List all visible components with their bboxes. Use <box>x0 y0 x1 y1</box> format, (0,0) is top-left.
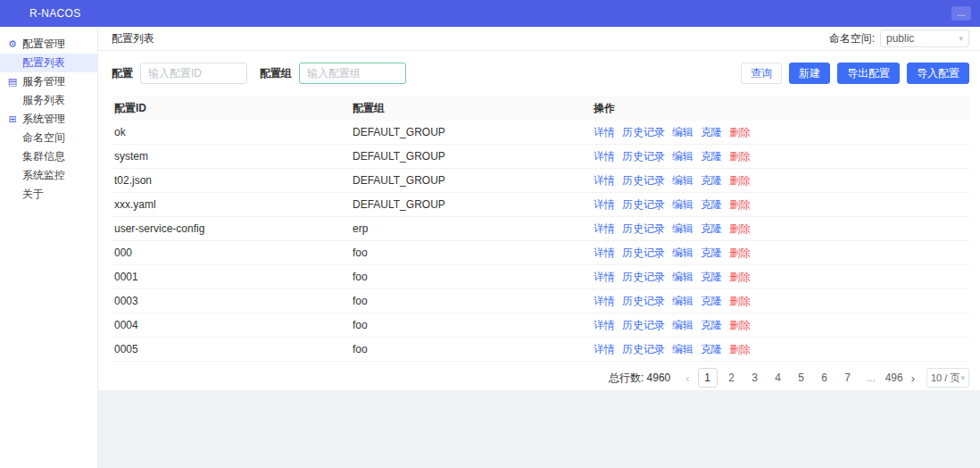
clone-link[interactable]: 克隆 <box>701 342 722 357</box>
namespace-select[interactable]: public ▾ <box>880 29 969 47</box>
prev-page-button[interactable]: ‹ <box>683 372 692 385</box>
config-id-input[interactable] <box>140 63 247 84</box>
sidebar-item-service-management[interactable]: ▤ 服务管理 <box>0 72 97 91</box>
edit-link[interactable]: 编辑 <box>672 149 693 164</box>
detail-link[interactable]: 详情 <box>594 125 615 140</box>
detail-link[interactable]: 详情 <box>594 197 615 213</box>
sidebar-item-system-management[interactable]: ⊞ 系统管理 <box>0 110 97 129</box>
next-page-button[interactable]: › <box>909 372 918 385</box>
delete-link[interactable]: 删除 <box>729 246 751 261</box>
more-button[interactable]: … <box>951 6 971 21</box>
delete-link[interactable]: 删除 <box>729 294 751 309</box>
page-button-3[interactable]: 3 <box>746 372 764 384</box>
row-actions: 详情历史记录编辑克隆删除 <box>594 342 969 357</box>
edit-link[interactable]: 编辑 <box>672 173 693 188</box>
sidebar-item-config-management[interactable]: ⚙ 配置管理 <box>0 35 97 54</box>
sidebar-item-namespace[interactable]: 命名空间 <box>0 129 97 147</box>
create-button[interactable]: 新建 <box>789 63 830 84</box>
history-link[interactable]: 历史记录 <box>622 342 665 357</box>
delete-link[interactable]: 删除 <box>729 270 751 285</box>
row-actions: 详情历史记录编辑克隆删除 <box>594 125 969 140</box>
sidebar-item-label: 命名空间 <box>22 130 65 146</box>
history-link[interactable]: 历史记录 <box>622 221 665 237</box>
delete-link[interactable]: 删除 <box>729 197 751 213</box>
history-link[interactable]: 历史记录 <box>622 173 665 188</box>
edit-link[interactable]: 编辑 <box>672 294 693 309</box>
clone-link[interactable]: 克隆 <box>701 294 722 309</box>
detail-link[interactable]: 详情 <box>594 270 615 285</box>
delete-link[interactable]: 删除 <box>729 173 751 188</box>
edit-link[interactable]: 编辑 <box>672 342 693 357</box>
detail-link[interactable]: 详情 <box>594 246 615 261</box>
config-id-cell: 0003 <box>112 295 353 307</box>
config-group-cell: erp <box>353 222 594 235</box>
namespace-label: 命名空间: <box>829 31 875 46</box>
detail-link[interactable]: 详情 <box>594 342 615 357</box>
clone-link[interactable]: 克隆 <box>701 149 722 164</box>
config-group-cell: foo <box>353 319 594 331</box>
page-button-4[interactable]: 4 <box>769 372 787 384</box>
clone-link[interactable]: 克隆 <box>701 318 722 333</box>
history-link[interactable]: 历史记录 <box>622 197 665 213</box>
page-numbers: 1234567...496 <box>698 368 903 388</box>
config-group-cell: foo <box>353 343 594 355</box>
config-id-cell: t02.json <box>112 174 353 187</box>
clone-link[interactable]: 克隆 <box>701 270 722 285</box>
clone-link[interactable]: 克隆 <box>701 197 722 213</box>
detail-link[interactable]: 详情 <box>594 294 615 309</box>
delete-link[interactable]: 删除 <box>729 342 751 357</box>
page-ellipsis: ... <box>862 372 880 384</box>
page-button-496[interactable]: 496 <box>885 372 903 384</box>
detail-link[interactable]: 详情 <box>594 318 615 333</box>
sidebar-item-cluster-info[interactable]: 集群信息 <box>0 147 97 166</box>
page-size-value: 10 / 页 <box>931 372 959 385</box>
import-config-button[interactable]: 导入配置 <box>907 63 969 84</box>
history-link[interactable]: 历史记录 <box>622 318 665 333</box>
clone-link[interactable]: 克隆 <box>701 221 722 237</box>
page-button-6[interactable]: 6 <box>816 372 834 384</box>
clone-link[interactable]: 克隆 <box>701 125 722 140</box>
delete-link[interactable]: 删除 <box>729 125 751 140</box>
sidebar-item-service-list[interactable]: 服务列表 <box>0 91 97 110</box>
sidebar-item-label: 系统管理 <box>22 112 65 127</box>
query-button[interactable]: 查询 <box>741 63 782 84</box>
sidebar-item-system-monitor[interactable]: 系统监控 <box>0 166 97 185</box>
page-size-select[interactable]: 10 / 页 ▾ <box>926 368 969 388</box>
config-id-cell: xxx.yaml <box>112 198 353 211</box>
edit-link[interactable]: 编辑 <box>672 318 693 333</box>
history-link[interactable]: 历史记录 <box>622 270 665 285</box>
gear-icon: ⚙ <box>7 38 18 50</box>
delete-link[interactable]: 删除 <box>729 318 751 333</box>
history-link[interactable]: 历史记录 <box>622 294 665 309</box>
delete-link[interactable]: 删除 <box>729 221 751 237</box>
detail-link[interactable]: 详情 <box>594 221 615 237</box>
edit-link[interactable]: 编辑 <box>672 270 693 285</box>
sidebar-item-label: 服务管理 <box>22 74 65 89</box>
table-row: 0003 foo 详情历史记录编辑克隆删除 <box>112 289 969 313</box>
edit-link[interactable]: 编辑 <box>672 221 693 237</box>
history-link[interactable]: 历史记录 <box>622 149 665 164</box>
clone-link[interactable]: 克隆 <box>701 173 722 188</box>
edit-link[interactable]: 编辑 <box>672 125 693 140</box>
config-group-cell: DEFAULT_GROUP <box>353 126 594 138</box>
row-actions: 详情历史记录编辑克隆删除 <box>594 270 969 285</box>
edit-link[interactable]: 编辑 <box>672 246 693 261</box>
chevron-down-icon: ▾ <box>959 34 963 43</box>
history-link[interactable]: 历史记录 <box>622 246 665 261</box>
detail-link[interactable]: 详情 <box>594 173 615 188</box>
header-config-id: 配置ID <box>112 101 353 116</box>
detail-link[interactable]: 详情 <box>594 149 615 164</box>
export-config-button[interactable]: 导出配置 <box>837 63 900 84</box>
page-button-1[interactable]: 1 <box>698 368 718 388</box>
history-link[interactable]: 历史记录 <box>622 125 665 140</box>
edit-link[interactable]: 编辑 <box>672 197 693 213</box>
clone-link[interactable]: 克隆 <box>701 246 722 261</box>
sidebar-item-about[interactable]: 关于 <box>0 185 97 204</box>
config-group-input[interactable] <box>299 63 406 84</box>
row-actions: 详情历史记录编辑克隆删除 <box>594 318 969 333</box>
page-button-5[interactable]: 5 <box>793 372 810 384</box>
page-button-2[interactable]: 2 <box>723 372 741 384</box>
delete-link[interactable]: 删除 <box>729 149 751 164</box>
sidebar-item-config-list[interactable]: 配置列表 <box>0 54 97 72</box>
page-button-7[interactable]: 7 <box>839 372 857 384</box>
